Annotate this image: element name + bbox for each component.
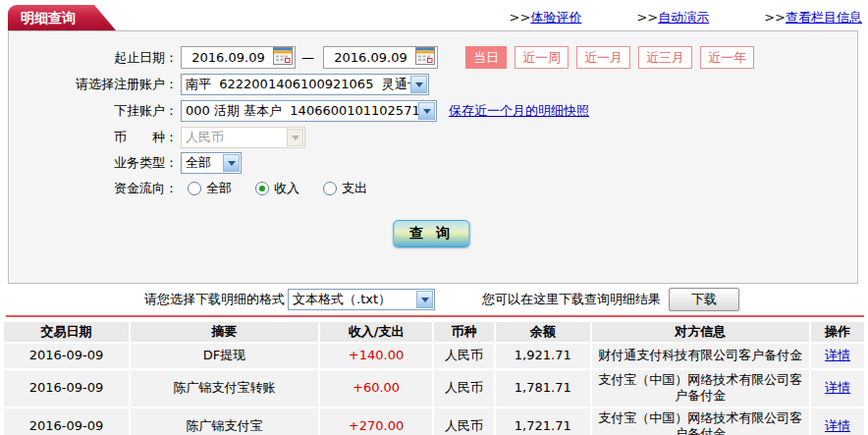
table-row: 2016-09-09 DF提现 +140.00 人民币 1,921.71 财付通…	[4, 344, 864, 368]
cell-amount: +270.00	[320, 408, 432, 435]
date-from-value[interactable]: 2016.09.09	[184, 50, 273, 65]
cell-balance: 1,921.71	[496, 344, 590, 368]
detail-link[interactable]: 详情	[825, 348, 850, 362]
query-button[interactable]: 查 询	[393, 220, 469, 247]
business-type-value: 全部	[182, 154, 223, 172]
cell-date: 2016-09-09	[4, 408, 129, 435]
col-header-date: 交易日期	[4, 322, 129, 342]
flow-option-income[interactable]: 收入	[255, 180, 299, 197]
date-to-input[interactable]: 2016.09.09	[323, 46, 438, 69]
sub-account-row: 下挂账户： 000 活期 基本户 1406600101102571848 保存近…	[9, 100, 857, 122]
cell-balance: 1,781.71	[496, 370, 590, 407]
download-format-label: 请您选择下载明细的格式	[144, 291, 285, 308]
query-form-panel: 起止日期： 2016.09.09 —	[8, 30, 858, 284]
currency-label: 币 种：	[9, 129, 178, 146]
col-header-currency: 币种	[434, 322, 494, 342]
cell-balance: 1,721.71	[496, 408, 590, 435]
date-range-row: 起止日期： 2016.09.09 —	[9, 46, 857, 69]
chevron-down-icon[interactable]	[418, 102, 435, 120]
results-table-wrap: 交易日期 摘要 收入/支出 币种 余额 对方信息 操作 2016-09-09 D…	[2, 320, 866, 435]
currency-row: 币 种： 人民币	[9, 127, 857, 148]
link-auto-demo[interactable]: >>自动演示	[636, 9, 709, 27]
flow-option-all[interactable]: 全部	[188, 180, 232, 197]
flow-option-label: 收入	[274, 180, 299, 197]
date-from-input[interactable]: 2016.09.09	[181, 46, 296, 69]
red-divider-line	[6, 315, 864, 317]
sub-account-label: 下挂账户：	[9, 102, 178, 120]
tab-title: 明细查询	[21, 10, 76, 26]
detail-link[interactable]: 详情	[825, 380, 850, 395]
date-range-label: 起止日期：	[9, 49, 178, 67]
cell-summary: DF提现	[131, 344, 318, 368]
col-header-amount: 收入/支出	[320, 322, 432, 342]
calendar-icon[interactable]	[415, 47, 435, 68]
col-header-action: 操作	[811, 322, 864, 342]
sub-account-select[interactable]: 000 活期 基本户 1406600101102571848	[181, 100, 437, 122]
link-prefix: >>	[764, 10, 786, 25]
cell-summary: 陈广锦支付宝转账	[131, 370, 318, 407]
radio-unchecked-icon[interactable]	[323, 182, 337, 195]
cell-counterparty: 支付宝（中国）网络技术有限公司客户备付金	[592, 408, 810, 435]
date-to-value[interactable]: 2016.09.09	[326, 50, 415, 65]
chevron-down-icon[interactable]	[416, 291, 433, 308]
cell-currency: 人民币	[434, 370, 494, 407]
business-type-select[interactable]: 全部	[181, 152, 242, 174]
quick-range-year-button[interactable]: 近一年	[700, 46, 754, 69]
link-prefix: >>	[636, 10, 658, 25]
chevron-down-icon[interactable]	[410, 76, 427, 93]
radio-checked-icon[interactable]	[255, 182, 269, 195]
flow-option-label: 全部	[206, 180, 232, 197]
fund-flow-row: 资金流向： 全部 收入 支出	[9, 180, 857, 197]
link-experience-rating[interactable]: >>体验评价	[510, 9, 582, 27]
cell-date: 2016-09-09	[4, 344, 129, 368]
save-monthly-snapshot-link[interactable]: 保存近一个月的明细快照	[449, 102, 589, 120]
flow-option-expense[interactable]: 支出	[323, 180, 367, 197]
col-header-counterparty: 对方信息	[592, 322, 810, 342]
cell-amount: +60.00	[320, 370, 432, 407]
download-row: 请您选择下载明细的格式 文本格式（.txt） 您可以在这里下载查询明细结果 下载	[0, 288, 868, 311]
date-separator: —	[301, 50, 314, 65]
download-hint: 您可以在这里下载查询明细结果	[482, 291, 661, 308]
detail-link[interactable]: 详情	[825, 418, 850, 433]
sub-account-value: 000 活期 基本户 1406600101102571848	[182, 102, 418, 120]
business-type-row: 业务类型： 全部	[9, 152, 857, 174]
top-links: >>体验评价 >>自动演示 >>查看栏目信息	[455, 9, 862, 27]
currency-select: 人民币	[181, 127, 305, 148]
quick-range-month-button[interactable]: 近一月	[576, 46, 630, 69]
register-account-value: 南平 6222001406100921065 灵通卡	[182, 76, 410, 93]
register-account-select[interactable]: 南平 6222001406100921065 灵通卡	[181, 74, 429, 95]
register-account-row: 请选择注册账户： 南平 6222001406100921065 灵通卡	[9, 74, 857, 95]
fund-flow-label: 资金流向：	[9, 180, 178, 197]
download-format-value: 文本格式（.txt）	[289, 291, 416, 308]
quick-range-week-button[interactable]: 近一周	[515, 46, 569, 69]
chevron-down-icon[interactable]	[223, 154, 240, 172]
link-prefix: >>	[510, 10, 531, 25]
table-row: 2016-09-09 陈广锦支付宝 +270.00 人民币 1,721.71 支…	[4, 408, 864, 435]
radio-unchecked-icon[interactable]	[188, 182, 201, 195]
cell-currency: 人民币	[434, 344, 494, 368]
table-header-row: 交易日期 摘要 收入/支出 币种 余额 对方信息 操作	[4, 322, 864, 342]
detail-query-page: 明细查询 >>体验评价 >>自动演示 >>查看栏目信息 起止日期： 2016.0…	[0, 0, 868, 435]
cell-counterparty: 支付宝（中国）网络技术有限公司客户备付金	[592, 370, 810, 407]
col-header-summary: 摘要	[131, 322, 318, 342]
cell-amount: +140.00	[320, 344, 432, 368]
quick-range-today-button[interactable]: 当日	[465, 46, 507, 69]
cell-currency: 人民币	[434, 408, 494, 435]
quick-range-quarter-button[interactable]: 近三月	[638, 46, 692, 69]
tab-detail-query[interactable]: 明细查询	[8, 5, 116, 30]
register-account-label: 请选择注册账户：	[9, 76, 178, 93]
results-table: 交易日期 摘要 收入/支出 币种 余额 对方信息 操作 2016-09-09 D…	[2, 320, 866, 435]
cell-counterparty: 财付通支付科技有限公司客户备付金	[592, 344, 810, 368]
cell-date: 2016-09-09	[4, 370, 129, 407]
business-type-label: 业务类型：	[9, 154, 178, 172]
link-view-column-info[interactable]: >>查看栏目信息	[764, 9, 862, 27]
currency-value: 人民币	[182, 129, 287, 146]
calendar-icon[interactable]	[273, 47, 293, 68]
flow-option-label: 支出	[342, 180, 367, 197]
col-header-balance: 余额	[496, 322, 590, 342]
chevron-down-icon	[287, 129, 303, 146]
table-row: 2016-09-09 陈广锦支付宝转账 +60.00 人民币 1,781.71 …	[4, 370, 864, 407]
download-format-select[interactable]: 文本格式（.txt）	[288, 289, 435, 310]
cell-summary: 陈广锦支付宝	[131, 408, 318, 435]
download-button[interactable]: 下载	[669, 288, 739, 311]
